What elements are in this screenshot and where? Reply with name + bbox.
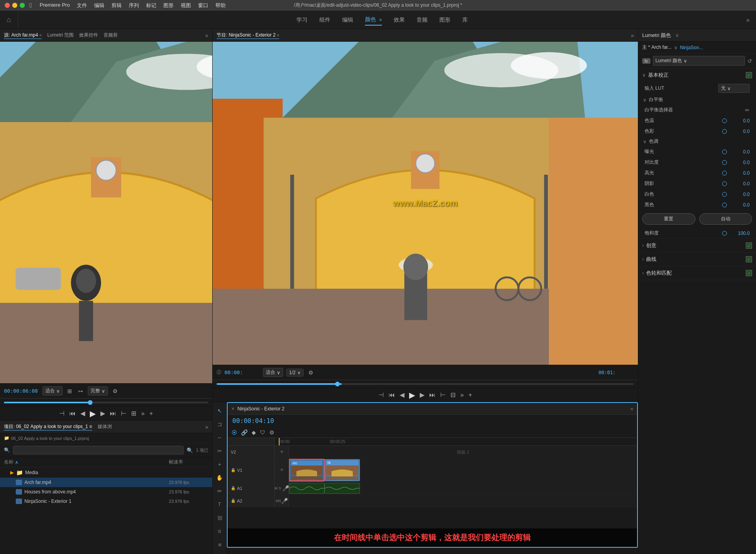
source-chevron-icon[interactable]: ∨ — [674, 45, 678, 50]
menu-clip[interactable]: 剪辑 — [111, 2, 122, 9]
menu-premiere-pro[interactable]: Premiere Pro — [40, 2, 70, 9]
color-tint-keyframe[interactable] — [722, 129, 727, 134]
source-wrench-icon[interactable]: ⚙ — [111, 387, 119, 395]
audio-clip-1[interactable] — [289, 483, 324, 494]
tl-snap-btn[interactable]: ⦿ — [232, 429, 237, 436]
curves-checkbox[interactable]: ✓ — [746, 256, 752, 262]
program-step-fwd-btn[interactable]: ▶ — [420, 391, 424, 399]
color-tint-value[interactable]: 0.0 — [730, 129, 750, 134]
saturation-keyframe[interactable] — [722, 231, 727, 236]
ninja-clip[interactable]: Ni — [324, 459, 360, 481]
source-play-btn[interactable]: ▶ — [90, 409, 96, 418]
blacks-value[interactable]: 0.0 — [730, 202, 750, 208]
source-tab[interactable]: 源: Arch far.mp4 ≡ — [4, 32, 42, 39]
program-tab[interactable]: 节目: NinjaSonic - Exterior 2 ≡ — [217, 32, 279, 39]
source-in-point-btn[interactable]: ⊣ — [59, 410, 65, 417]
menu-file[interactable]: 文件 — [77, 2, 87, 9]
source-more-btn[interactable]: » — [141, 410, 145, 417]
menu-marker[interactable]: 标记 — [146, 2, 156, 9]
source-insert-icon[interactable]: ⊞ — [131, 410, 136, 417]
menu-help[interactable]: 帮助 — [215, 2, 226, 9]
tab-learn[interactable]: 学习 — [296, 15, 308, 25]
maximize-window-btn[interactable] — [20, 3, 25, 8]
source-out-point-btn[interactable]: ⊢ — [121, 410, 126, 417]
basic-correction-header[interactable]: ∨ 基本校正 ✓ — [638, 68, 756, 82]
program-wrench-icon[interactable]: ⚙ — [307, 369, 315, 377]
contrast-keyframe[interactable] — [722, 160, 727, 165]
source-settings-icon[interactable]: ⊞ — [66, 387, 74, 395]
program-play-btn[interactable]: ▶ — [409, 390, 415, 400]
lumetri-scope-tab[interactable]: Lumetri 范围 — [47, 32, 74, 39]
program-lift-icon[interactable]: ⊟ — [450, 391, 456, 399]
lumetri-effect-select[interactable]: Lumetri 颜色 ∨ — [653, 56, 745, 66]
project-item-arch[interactable]: Arch far.mp4 23.976 fps — [0, 478, 212, 487]
basic-correction-checkbox[interactable]: ✓ — [746, 72, 752, 78]
rate-column-header[interactable]: 帧速率 — [169, 459, 208, 465]
close-window-btn[interactable] — [5, 3, 10, 8]
minimize-window-btn[interactable] — [12, 3, 17, 8]
timeline-timecode[interactable]: 00:00:04:10 — [228, 415, 637, 427]
curves-header[interactable]: › 曲线 ✓ — [638, 253, 756, 266]
menu-edit[interactable]: 编辑 — [94, 2, 104, 9]
tl-markers-btn[interactable]: ◆ — [252, 429, 256, 436]
source-quality-select[interactable]: 完整 ∨ — [88, 386, 108, 395]
color-wheels-checkbox[interactable]: ✓ — [746, 270, 752, 276]
creative-header[interactable]: › 创意 ✓ — [638, 239, 756, 252]
source-next-frame-btn[interactable]: ⏭ — [110, 410, 116, 417]
tab-library[interactable]: 库 — [462, 15, 468, 25]
shadows-value[interactable]: 0.0 — [730, 181, 750, 187]
saturation-value[interactable]: 100.0 — [730, 231, 750, 236]
audio-clip-2[interactable] — [324, 483, 360, 494]
blacks-keyframe[interactable] — [722, 203, 727, 207]
program-prev-btn[interactable]: ⏮ — [389, 391, 395, 399]
menu-sequence[interactable]: 序列 — [129, 2, 139, 9]
program-add-btn[interactable]: + — [469, 391, 472, 399]
highlights-keyframe[interactable] — [722, 171, 727, 175]
shadows-keyframe[interactable] — [722, 181, 727, 186]
auto-button[interactable]: 自动 — [699, 213, 752, 225]
program-more-btn[interactable]: » — [460, 391, 464, 399]
tl-linked-btn[interactable]: 🔗 — [241, 429, 248, 436]
name-column-header[interactable]: 名称 ∧ — [4, 459, 169, 465]
icon-view-btn[interactable]: ⊞ — [214, 539, 225, 550]
source-step-back-btn[interactable]: ◀ — [80, 410, 85, 417]
nav-more-icon[interactable]: » — [746, 17, 750, 24]
tab-assembly[interactable]: 组件 — [319, 15, 330, 25]
timeline-menu-icon[interactable]: ≡ — [631, 406, 633, 411]
project-item-ninja[interactable]: NinjaSonic - Exterior 1 23.976 fps — [0, 497, 212, 506]
lumetri-reset-icon[interactable]: ↺ — [747, 58, 752, 64]
eyedropper-icon[interactable]: ✏ — [745, 107, 750, 113]
program-scrubber[interactable] — [213, 380, 638, 388]
type-tool-btn[interactable]: T — [214, 499, 225, 510]
exposure-value[interactable]: 0.0 — [730, 149, 750, 155]
project-media-folder[interactable]: ▶ 📁 Media — [0, 467, 212, 478]
track-select-tool-btn[interactable]: ⊐ — [214, 419, 225, 430]
audio-clip-tab[interactable]: 音频剪 — [104, 32, 118, 39]
tab-audio[interactable]: 音频 — [417, 15, 428, 25]
add-marker-btn[interactable]: ⬛ — [214, 512, 225, 523]
program-fit-select[interactable]: 适合 ∨ — [263, 368, 283, 377]
menu-graphics[interactable]: 图形 — [163, 2, 174, 9]
exposure-keyframe[interactable] — [722, 150, 727, 154]
whites-keyframe[interactable] — [722, 192, 727, 197]
razor-tool-btn[interactable]: ✂ — [214, 445, 225, 456]
color-wheels-header[interactable]: › 色轮和匹配 ✓ — [638, 266, 756, 280]
color-temp-keyframe[interactable] — [722, 118, 727, 123]
program-out-point-btn[interactable]: ⊢ — [440, 391, 446, 399]
highlights-value[interactable]: 0.0 — [730, 170, 750, 176]
source-scrubber[interactable] — [0, 398, 212, 406]
reset-button[interactable]: 重置 — [642, 213, 695, 225]
source-panel-more[interactable]: » — [205, 32, 208, 39]
lumetri-menu-icon[interactable]: ≡ — [676, 33, 678, 38]
tab-color[interactable]: 颜色 ≡ — [365, 15, 382, 26]
source-add-btn[interactable]: + — [149, 410, 153, 417]
source-overwrite-btn[interactable]: ↦ — [77, 387, 85, 395]
program-in-point-btn[interactable]: ⊣ — [378, 391, 384, 399]
color-temp-value[interactable]: 0.0 — [730, 118, 750, 124]
creative-checkbox[interactable]: ✓ — [746, 242, 752, 249]
contrast-value[interactable]: 0.0 — [730, 160, 750, 165]
program-more[interactable]: » — [631, 32, 634, 39]
ripple-tool-btn[interactable]: ↔ — [214, 432, 225, 443]
tl-shield-btn[interactable]: 🛡 — [260, 429, 265, 436]
source-fit-select[interactable]: 适合 ∨ — [43, 386, 63, 395]
